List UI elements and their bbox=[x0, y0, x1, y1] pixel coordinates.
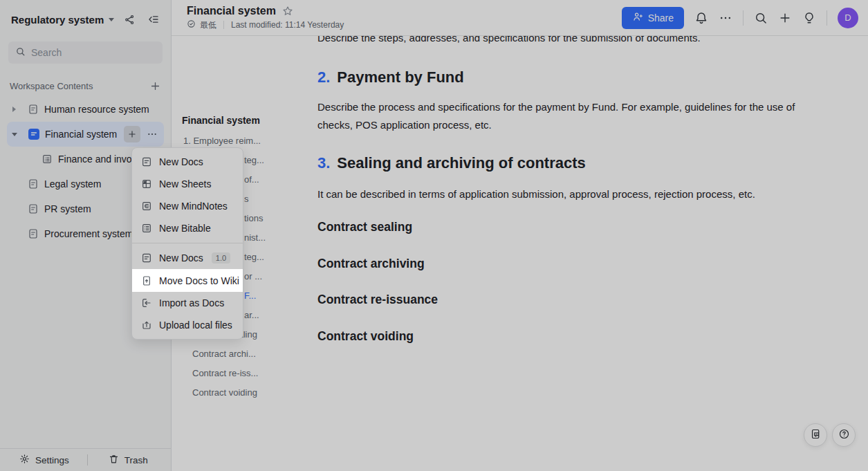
heading-sealing-archiving: 3.Sealing and archiving of contracts bbox=[317, 154, 586, 172]
lightbulb-icon[interactable] bbox=[802, 11, 816, 25]
page-title: Financial system bbox=[187, 5, 276, 17]
outline-item[interactable]: or ... bbox=[244, 271, 262, 281]
menu-item-move-docs-to-wiki[interactable]: Move Docs to Wiki bbox=[132, 269, 243, 292]
outline-item[interactable]: teg... bbox=[244, 252, 264, 262]
chevron-right-icon[interactable] bbox=[12, 107, 16, 112]
outline-item-active[interactable]: F... bbox=[244, 290, 256, 301]
feedback-icon bbox=[810, 428, 822, 443]
create-new-icon[interactable] bbox=[778, 11, 792, 25]
menu-item-new-docs-1-0[interactable]: New Docs 1.0 bbox=[132, 247, 243, 269]
menu-item-label: Move Docs to Wiki bbox=[159, 275, 239, 286]
notifications-bell-icon[interactable] bbox=[694, 11, 708, 25]
outline-item[interactable]: Contract re-iss... bbox=[192, 368, 258, 378]
doc-header: Financial system 最低 Last modified: 11:14… bbox=[172, 0, 868, 36]
heading-payment-by-fund: 2.Payment by Fund bbox=[317, 68, 464, 86]
menu-item-new-mindnotes[interactable]: New MindNotes bbox=[132, 195, 243, 217]
subheading-contract-voiding: Contract voiding bbox=[317, 329, 414, 344]
menu-item-label: New Docs bbox=[159, 252, 203, 264]
menu-item-new-docs[interactable]: New Docs bbox=[132, 151, 243, 173]
sidebar-footer: Settings Trash bbox=[0, 448, 171, 471]
workspace-switcher[interactable]: Regulatory system bbox=[11, 14, 114, 26]
share-button[interactable]: Share bbox=[622, 7, 684, 29]
main-area: Financial system 最低 Last modified: 11:14… bbox=[172, 0, 868, 471]
sidebar-item-label: PR system bbox=[44, 203, 91, 214]
bitable-icon bbox=[141, 223, 152, 234]
security-label[interactable]: 最低 bbox=[200, 19, 216, 31]
add-page-icon[interactable] bbox=[149, 80, 161, 92]
doc-icon bbox=[28, 203, 39, 214]
outline-item[interactable]: tions bbox=[244, 213, 263, 223]
outline-item[interactable]: of... bbox=[244, 174, 259, 185]
sidebar-item-human-resource-system[interactable]: Human resource system bbox=[7, 97, 164, 122]
menu-item-label: New Docs bbox=[159, 156, 203, 167]
upload-icon bbox=[141, 320, 152, 331]
gear-icon bbox=[19, 454, 30, 466]
create-context-menu: New Docs New Sheets New MindNotes New Bi… bbox=[131, 147, 243, 340]
search-icon bbox=[15, 46, 26, 59]
security-badge-icon bbox=[187, 19, 196, 30]
divider bbox=[223, 21, 224, 29]
sidebar-item-label: Human resource system bbox=[44, 104, 149, 115]
sidebar-item-financial-system[interactable]: Financial system bbox=[7, 122, 164, 147]
heading-text: Sealing and archiving of contracts bbox=[337, 154, 585, 172]
add-child-page-button[interactable] bbox=[124, 126, 140, 142]
docs-legacy-icon bbox=[141, 252, 152, 264]
divider bbox=[87, 454, 88, 465]
menu-item-label: New MindNotes bbox=[159, 201, 228, 212]
trash-button[interactable]: Trash bbox=[109, 454, 148, 466]
outline-item[interactable]: 1. Employee reim... bbox=[183, 136, 261, 146]
question-icon bbox=[838, 428, 850, 443]
doc-icon bbox=[28, 104, 39, 115]
outline-item[interactable]: s bbox=[244, 194, 249, 204]
import-icon bbox=[141, 297, 152, 308]
settings-button[interactable]: Settings bbox=[19, 454, 69, 466]
sidebar-item-label: Financial system bbox=[45, 129, 117, 140]
person-plus-icon bbox=[632, 11, 643, 24]
outline-item[interactable]: ar... bbox=[244, 310, 259, 320]
outline-item[interactable]: Contract archi... bbox=[192, 349, 256, 359]
global-search-icon[interactable] bbox=[754, 11, 768, 25]
chevron-down-icon bbox=[109, 18, 114, 21]
outline-item[interactable]: teg... bbox=[244, 155, 264, 165]
collapse-sidebar-icon[interactable] bbox=[147, 13, 160, 26]
subheading-contract-sealing: Contract sealing bbox=[317, 220, 412, 234]
sidebar-header: Regulatory system bbox=[0, 0, 171, 39]
workspace-contents-header: Workspace Contents bbox=[0, 76, 171, 95]
more-options-icon[interactable] bbox=[719, 11, 732, 25]
mindnotes-icon bbox=[141, 201, 152, 212]
outline-item[interactable]: Contract voiding bbox=[192, 387, 257, 398]
version-badge: 1.0 bbox=[212, 252, 230, 264]
doc-icon bbox=[28, 178, 39, 190]
docs-icon bbox=[141, 156, 152, 167]
share-nodes-icon[interactable] bbox=[124, 14, 136, 26]
sidebar-item-label: Legal system bbox=[44, 178, 101, 190]
menu-item-upload-local-files[interactable]: Upload local files bbox=[132, 314, 243, 336]
bitable-icon bbox=[41, 154, 53, 165]
feedback-button[interactable] bbox=[804, 423, 827, 447]
workspace-name: Regulatory system bbox=[11, 14, 104, 26]
menu-item-import-as-docs[interactable]: Import as Docs bbox=[132, 292, 243, 314]
star-favorite-icon[interactable] bbox=[282, 6, 293, 17]
outline-title: Financial system bbox=[182, 115, 260, 126]
menu-item-new-bitable[interactable]: New Bitable bbox=[132, 217, 243, 239]
avatar-initial: D bbox=[844, 12, 851, 23]
app-root: Regulatory system Search Workspace Conte… bbox=[0, 0, 868, 471]
search-input[interactable]: Search bbox=[8, 41, 163, 64]
divider bbox=[743, 10, 744, 26]
paragraph: Describe the process and specifications … bbox=[317, 98, 796, 134]
avatar[interactable]: D bbox=[838, 8, 858, 28]
move-to-wiki-icon bbox=[141, 275, 152, 286]
menu-item-label: Import as Docs bbox=[159, 297, 224, 308]
more-actions-icon[interactable] bbox=[145, 127, 160, 142]
settings-label: Settings bbox=[35, 455, 69, 465]
trash-label: Trash bbox=[124, 455, 148, 465]
menu-item-label: Upload local files bbox=[159, 320, 232, 331]
doc-icon bbox=[28, 228, 39, 239]
help-button[interactable] bbox=[832, 423, 856, 447]
menu-divider bbox=[132, 243, 243, 243]
menu-item-new-sheets[interactable]: New Sheets bbox=[132, 173, 243, 195]
outline-item[interactable]: nist... bbox=[244, 232, 266, 243]
doc-icon-active bbox=[28, 129, 39, 140]
chevron-down-icon[interactable] bbox=[12, 133, 17, 136]
heading-number: 3. bbox=[317, 154, 330, 172]
